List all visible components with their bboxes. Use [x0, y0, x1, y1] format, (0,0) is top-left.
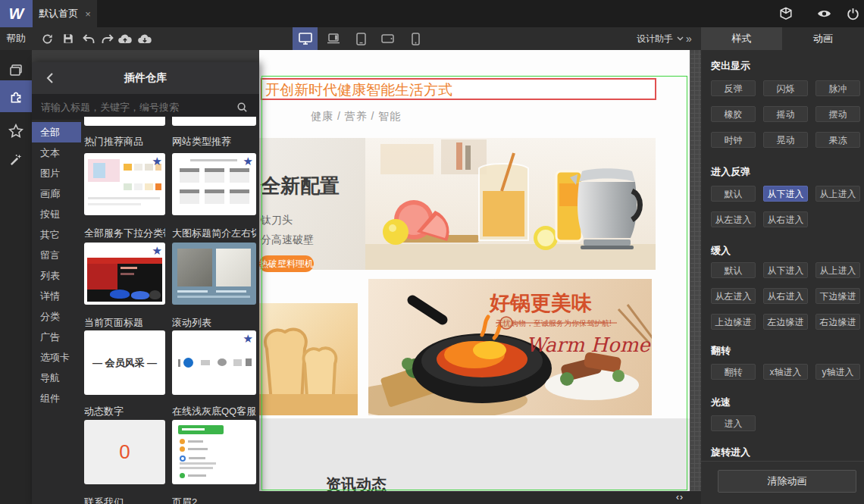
- anim-button[interactable]: 从右进入: [763, 211, 808, 227]
- category-item[interactable]: 留言: [32, 245, 81, 265]
- preview-eye-icon[interactable]: [815, 0, 832, 27]
- anim-button[interactable]: 默认: [711, 186, 756, 202]
- canvas-scrollbar[interactable]: [690, 50, 701, 491]
- design-assistant-dropdown[interactable]: 设计助手: [637, 27, 684, 50]
- refresh-icon[interactable]: [39, 27, 55, 50]
- page-tagline[interactable]: 健康 / 营养 / 智能: [311, 110, 401, 124]
- anim-button[interactable]: 从左进入: [711, 211, 756, 227]
- cloud-upload-icon[interactable]: [117, 27, 133, 50]
- anim-button[interactable]: y轴进入: [815, 364, 860, 380]
- anim-button[interactable]: 下边缘进: [815, 288, 860, 304]
- category-item[interactable]: 按钮: [32, 204, 81, 224]
- product-banner-left[interactable]: 全新配置 钛刀头 分高速破壁 热破壁料理机: [259, 138, 365, 270]
- anim-button[interactable]: 翻转: [711, 364, 756, 380]
- plugin-card-label: 大图标题简介左右切...: [172, 227, 256, 239]
- search-icon[interactable]: [232, 94, 252, 120]
- code-view-icon[interactable]: ‹›: [676, 492, 684, 502]
- plugin-card-partial[interactable]: [84, 117, 165, 126]
- anim-button[interactable]: 左边缘进: [763, 314, 808, 330]
- category-item[interactable]: 分类: [32, 306, 81, 327]
- clear-animation-button[interactable]: 清除动画: [718, 470, 856, 493]
- favorite-star-icon[interactable]: ★: [152, 155, 162, 167]
- redo-icon[interactable]: [99, 27, 116, 50]
- device-desktop-button[interactable]: [293, 27, 318, 50]
- anim-button[interactable]: 从左进入: [711, 288, 756, 304]
- anim-button[interactable]: 进入: [711, 415, 756, 431]
- tab-animation[interactable]: 动画: [782, 27, 864, 50]
- anim-button[interactable]: 摇动: [763, 106, 808, 122]
- power-exit-icon[interactable]: [844, 0, 861, 27]
- plugin-card-qq-service[interactable]: [172, 420, 256, 484]
- device-tablet-button[interactable]: [349, 27, 373, 50]
- tab-close-icon[interactable]: ×: [85, 8, 91, 20]
- cloud-download-icon[interactable]: [136, 27, 153, 50]
- category-item[interactable]: 全部: [32, 122, 81, 142]
- ease-in-buttons: 默认 从下进入 从上进入 从左进入 从右进入 下边缘进 上边缘进 左边缘进 右边…: [711, 262, 862, 330]
- wok-banner-image[interactable]: 好锅更美味 无忧购物，至诚服务为你保驾护航! Warm Home: [368, 279, 652, 415]
- plugin-card-services-menu[interactable]: ★: [84, 243, 165, 305]
- plugin-card-scroll-list[interactable]: ★: [172, 330, 256, 395]
- plugin-cards-area: 热门推荐商品 网站类型推荐 ★: [81, 117, 259, 504]
- favorite-star-icon[interactable]: ★: [243, 333, 253, 344]
- favorite-star-icon[interactable]: ★: [243, 155, 253, 167]
- plugin-card-page-title[interactable]: — 会员风采 —: [84, 330, 165, 395]
- plugin-card-partial[interactable]: [172, 117, 256, 126]
- components-cube-icon[interactable]: [778, 0, 794, 27]
- sidebar-item-wand[interactable]: [0, 146, 32, 174]
- plugin-card-dynamic-number[interactable]: 0: [84, 420, 165, 484]
- anim-button[interactable]: 上边缘进: [711, 314, 756, 330]
- anim-button-selected[interactable]: 从下进入: [763, 186, 808, 202]
- canvas-page[interactable]: 开创新时代健康智能生活方式 健康 / 营养 / 智能 全新配置 钛刀头 分高速破…: [259, 50, 690, 491]
- selected-heading-block[interactable]: 开创新时代健康智能生活方式: [261, 78, 656, 100]
- category-item[interactable]: 详情: [32, 286, 81, 306]
- card-thumb: [205, 168, 224, 183]
- anim-button[interactable]: 脉冲: [815, 80, 860, 96]
- anim-button[interactable]: 默认: [711, 262, 756, 278]
- save-icon[interactable]: [60, 27, 77, 50]
- category-item[interactable]: 图片: [32, 163, 81, 183]
- category-item[interactable]: 其它: [32, 224, 81, 245]
- anim-button[interactable]: 反弹: [711, 80, 756, 96]
- sidebar-item-plugins[interactable]: [0, 80, 32, 112]
- category-item[interactable]: 导航: [32, 368, 81, 388]
- anim-button[interactable]: 从上进入: [815, 262, 860, 278]
- plugin-search-input[interactable]: [32, 94, 236, 120]
- page-tab[interactable]: 默认首页 ×: [33, 0, 97, 27]
- anim-button[interactable]: x轴进入: [763, 364, 808, 380]
- anim-button[interactable]: 右边缘进: [815, 314, 860, 330]
- device-laptop-button[interactable]: [321, 27, 345, 50]
- anim-button[interactable]: 从右进入: [763, 288, 808, 304]
- collapse-more-button[interactable]: »: [686, 27, 692, 50]
- plugin-card-image-slider[interactable]: [172, 243, 256, 305]
- toast-banner-image[interactable]: [259, 303, 358, 415]
- anim-button[interactable]: 时钟: [711, 132, 756, 148]
- sidebar-item-favorites[interactable]: [0, 117, 32, 146]
- anim-button[interactable]: 果冻: [815, 132, 860, 148]
- anim-button[interactable]: 从下进入: [763, 262, 808, 278]
- plugin-card-site-types[interactable]: ★: [172, 153, 256, 215]
- product-banner-button[interactable]: 热破壁料理机: [259, 255, 314, 272]
- category-item[interactable]: 画廊: [32, 183, 81, 204]
- undo-icon[interactable]: [80, 27, 97, 50]
- device-phone-portrait-button[interactable]: [404, 27, 427, 50]
- kitchen-banner-image[interactable]: [365, 138, 656, 270]
- plugin-card-hot-products[interactable]: ★: [84, 153, 165, 215]
- kitchen-scene-graphic: [365, 138, 656, 270]
- favorite-star-icon[interactable]: ★: [152, 245, 162, 256]
- anim-button[interactable]: 晃动: [763, 132, 808, 148]
- category-item[interactable]: 列表: [32, 265, 81, 286]
- anim-button[interactable]: 闪烁: [763, 80, 808, 96]
- app-logo[interactable]: W: [0, 0, 33, 27]
- anim-button[interactable]: 从上进入: [815, 186, 860, 202]
- tab-style[interactable]: 样式: [701, 27, 782, 50]
- flip-buttons: 翻转 x轴进入 y轴进入: [711, 364, 862, 380]
- anim-button[interactable]: 橡胶: [711, 106, 756, 122]
- help-button[interactable]: 帮助: [6, 27, 26, 50]
- category-item[interactable]: 文本: [32, 142, 81, 163]
- anim-button[interactable]: 摆动: [815, 106, 860, 122]
- device-phone-landscape-button[interactable]: [376, 27, 399, 50]
- category-item[interactable]: 组件: [32, 388, 81, 409]
- category-item[interactable]: 选项卡: [32, 347, 81, 368]
- category-item[interactable]: 广告: [32, 327, 81, 347]
- news-section[interactable]: 资讯动态: [259, 418, 690, 491]
